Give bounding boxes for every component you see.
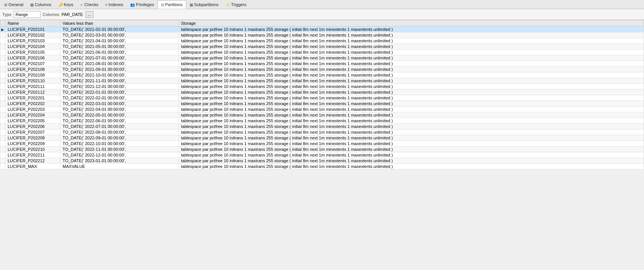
table-row[interactable]: LUCIFER_MAXMAXVALUEtablespace par pctfre…: [0, 164, 644, 169]
row-values: TO_DATE(' 2021-07-01 00:00:00',: [60, 55, 179, 61]
row-indicator: [0, 55, 5, 61]
table-row[interactable]: LUCIFER_P202202TO_DATE(' 2022-03-01 00:0…: [0, 101, 644, 107]
table-row[interactable]: LUCIFER_P202211TO_DATE(' 2022-12-01 00:0…: [0, 152, 644, 158]
tab-partitions[interactable]: ⊟Partitions: [158, 0, 186, 9]
table-row[interactable]: LUCIFER_P202111TO_DATE(' 2021-12-01 00:0…: [0, 84, 644, 89]
tab-columns[interactable]: ▦Columns: [27, 0, 55, 9]
privileges-icon: 👥: [130, 3, 135, 7]
tab-indexes[interactable]: ≡Indexes: [102, 0, 127, 9]
columns-label: Columns: [43, 12, 59, 17]
row-values: TO_DATE(' 2021-05-01 00:00:00',: [60, 44, 179, 50]
row-indicator: [0, 78, 5, 84]
tab-triggers[interactable]: ⚡Triggers: [222, 0, 250, 9]
row-indicator: [0, 38, 5, 44]
row-storage: tablespace par pctfree 10 initrans 1 max…: [179, 158, 644, 164]
table-header-row: Name Values less than Storage: [0, 20, 644, 27]
table-row[interactable]: LUCIFER_P202103TO_DATE(' 2021-04-01 00:0…: [0, 38, 644, 44]
table-row[interactable]: LUCIFER_P202108TO_DATE(' 2021-09-01 00:0…: [0, 67, 644, 72]
tab-checks[interactable]: ✓Checks: [77, 0, 102, 9]
row-name: LUCIFER_P202204: [5, 112, 60, 118]
table-row[interactable]: LUCIFER_P202210TO_DATE(' 2022-11-01 00:0…: [0, 147, 644, 152]
table-row[interactable]: LUCIFER_P202112TO_DATE(' 2022-01-01 00:0…: [0, 89, 644, 95]
table-row[interactable]: LUCIFER_P202203TO_DATE(' 2022-04-01 00:0…: [0, 107, 644, 112]
row-values: TO_DATE(' 2022-08-01 00:00:00',: [60, 129, 179, 135]
row-values: TO_DATE(' 2022-09-01 00:00:00',: [60, 135, 179, 141]
table-row[interactable]: LUCIFER_P202207TO_DATE(' 2022-08-01 00:0…: [0, 129, 644, 135]
table-row[interactable]: LUCIFER_P202105TO_DATE(' 2021-06-01 00:0…: [0, 50, 644, 55]
row-indicator: [0, 89, 5, 95]
row-values: TO_DATE(' 2021-10-01 00:00:00',: [60, 72, 179, 78]
row-storage: tablespace par pctfree 10 initrans 1 max…: [179, 95, 644, 101]
row-values: TO_DATE(' 2022-02-01 00:00:00',: [60, 95, 179, 101]
toolbar: Type Columns PAR_DATE ...: [0, 9, 644, 20]
columns-value: PAR_DATE: [61, 12, 83, 17]
row-storage: tablespace par pctfree 10 initrans 1 max…: [179, 147, 644, 152]
table-row[interactable]: LUCIFER_P202212TO_DATE(' 2023-01-01 00:0…: [0, 158, 644, 164]
row-storage: tablespace par pctfree 10 initrans 1 max…: [179, 55, 644, 61]
tab-label-checks: Checks: [84, 2, 98, 7]
row-indicator: [0, 124, 5, 129]
partitions-icon: ⊟: [161, 3, 164, 7]
row-values: TO_DATE(' 2021-11-01 00:00:00',: [60, 78, 179, 84]
col-header-name[interactable]: Name: [5, 20, 60, 27]
row-indicator: [0, 72, 5, 78]
table-row[interactable]: LUCIFER_P202201TO_DATE(' 2022-02-01 00:0…: [0, 95, 644, 101]
row-name: LUCIFER_P202101: [5, 27, 60, 32]
tab-keys[interactable]: 🔑Keys: [55, 0, 77, 9]
tab-bar: ⊞General▦Columns🔑Keys✓Checks≡Indexes👥Pri…: [0, 0, 644, 9]
table-row[interactable]: LUCIFER_P202104TO_DATE(' 2021-05-01 00:0…: [0, 44, 644, 50]
table-row[interactable]: LUCIFER_P202107TO_DATE(' 2021-08-01 00:0…: [0, 61, 644, 67]
type-label: Type: [2, 12, 11, 17]
table-row[interactable]: ▶LUCIFER_P202101TO_DATE(' 2021-02-01 00:…: [0, 27, 644, 32]
table-row[interactable]: LUCIFER_P202109TO_DATE(' 2021-10-01 00:0…: [0, 72, 644, 78]
row-name: LUCIFER_P202102: [5, 32, 60, 38]
col-header-indicator: [0, 20, 5, 27]
table-row[interactable]: LUCIFER_P202206TO_DATE(' 2022-07-01 00:0…: [0, 124, 644, 129]
table-row[interactable]: LUCIFER_P202208TO_DATE(' 2022-09-01 00:0…: [0, 135, 644, 141]
row-storage: tablespace par pctfree 10 initrans 1 max…: [179, 124, 644, 129]
row-name: LUCIFER_P202210: [5, 147, 60, 152]
row-name: LUCIFER_P202109: [5, 72, 60, 78]
row-name: LUCIFER_P202209: [5, 141, 60, 147]
type-input[interactable]: [14, 11, 40, 18]
tab-subpartitions[interactable]: ▦Subpartitions: [186, 0, 222, 9]
row-indicator: [0, 50, 5, 55]
row-values: TO_DATE(' 2021-12-01 00:00:00',: [60, 84, 179, 89]
row-values: TO_DATE(' 2022-11-01 00:00:00',: [60, 147, 179, 152]
columns-icon: ▦: [30, 3, 34, 7]
table-row[interactable]: LUCIFER_P202102TO_DATE(' 2021-03-01 00:0…: [0, 32, 644, 38]
table-row[interactable]: LUCIFER_P202110TO_DATE(' 2021-11-01 00:0…: [0, 78, 644, 84]
row-name: LUCIFER_P202202: [5, 101, 60, 107]
row-values: TO_DATE(' 2021-08-01 00:00:00',: [60, 61, 179, 67]
table-row[interactable]: LUCIFER_P202205TO_DATE(' 2022-06-01 00:0…: [0, 118, 644, 124]
row-values: TO_DATE(' 2022-06-01 00:00:00',: [60, 118, 179, 124]
row-name: LUCIFER_P202207: [5, 129, 60, 135]
col-header-storage[interactable]: Storage: [179, 20, 644, 27]
row-name: LUCIFER_P202111: [5, 84, 60, 89]
row-name: LUCIFER_P202211: [5, 152, 60, 158]
col-header-values[interactable]: Values less than: [60, 20, 179, 27]
tab-privileges[interactable]: 👥Privileges: [127, 0, 158, 9]
row-name: LUCIFER_P202203: [5, 107, 60, 112]
row-name: LUCIFER_P202107: [5, 61, 60, 67]
row-values: TO_DATE(' 2022-03-01 00:00:00',: [60, 101, 179, 107]
tab-label-privileges: Privileges: [136, 2, 154, 7]
row-indicator: [0, 152, 5, 158]
row-indicator: [0, 118, 5, 124]
row-indicator: [0, 141, 5, 147]
row-storage: tablespace par pctfree 10 initrans 1 max…: [179, 129, 644, 135]
table-row[interactable]: LUCIFER_P202209TO_DATE(' 2022-10-01 00:0…: [0, 141, 644, 147]
more-button[interactable]: ...: [85, 11, 93, 18]
row-name: LUCIFER_P202206: [5, 124, 60, 129]
row-name: LUCIFER_P202212: [5, 158, 60, 164]
table-row[interactable]: LUCIFER_P202106TO_DATE(' 2021-07-01 00:0…: [0, 55, 644, 61]
row-storage: tablespace par pctfree 10 initrans 1 max…: [179, 61, 644, 67]
row-storage: tablespace par pctfree 10 initrans 1 max…: [179, 50, 644, 55]
table-row[interactable]: LUCIFER_P202204TO_DATE(' 2022-05-01 00:0…: [0, 112, 644, 118]
row-indicator: [0, 158, 5, 164]
tab-general[interactable]: ⊞General: [1, 0, 27, 9]
tab-label-subpartitions: Subpartitions: [194, 2, 219, 7]
tab-label-indexes: Indexes: [109, 2, 124, 7]
row-storage: tablespace par pctfree 10 initrans 1 max…: [179, 135, 644, 141]
row-storage: tablespace par pctfree 10 initrans 1 max…: [179, 78, 644, 84]
